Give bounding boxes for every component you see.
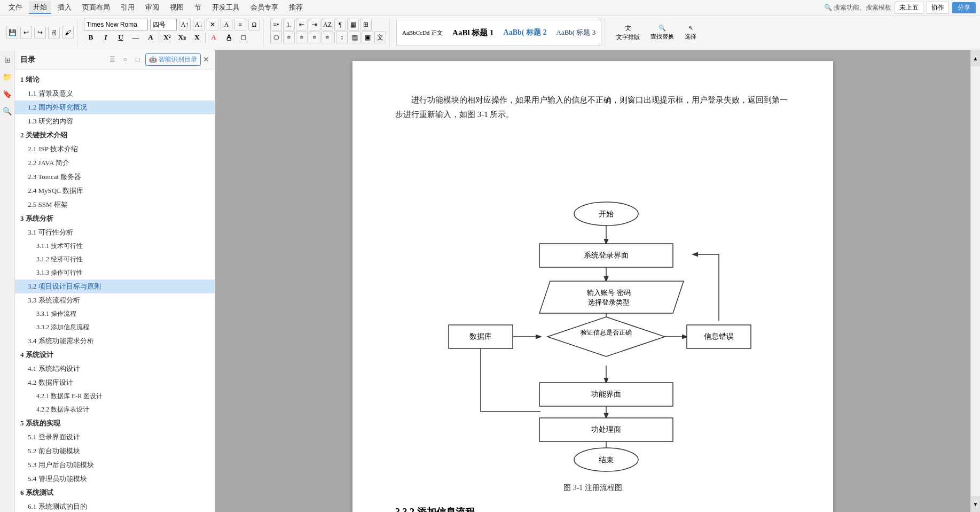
sort-btn[interactable]: AZ	[322, 19, 333, 30]
more-btn[interactable]: ⊞	[360, 19, 372, 30]
font-shrink-btn[interactable]: A↓	[193, 19, 205, 30]
toc-item[interactable]: 6.1 系统测试的目的	[15, 500, 215, 512]
strikethrough-btn[interactable]: —	[129, 32, 143, 43]
menu-review[interactable]: 审阅	[141, 2, 163, 13]
toc-item[interactable]: 2.4 MySQL 数据库	[15, 184, 215, 198]
underline-btn[interactable]: U	[114, 32, 128, 43]
toc-item[interactable]: 3.3.2 添加信息流程	[15, 321, 215, 334]
toc-item[interactable]: 5.4 管理员功能模块	[15, 472, 215, 486]
menu-file[interactable]: 文件	[4, 2, 27, 13]
menu-vip[interactable]: 会员专享	[246, 2, 283, 13]
toc-item[interactable]: 3.1.3 操作可行性	[15, 266, 215, 280]
subscript-btn[interactable]: X₂	[175, 32, 189, 43]
align-right-btn[interactable]: ≡	[296, 32, 308, 43]
menu-layout[interactable]: 页面布局	[78, 2, 114, 13]
toc-item[interactable]: 3.4 系统功能需求分析	[15, 334, 215, 348]
show-marks-btn[interactable]: ¶	[334, 19, 346, 30]
italic-btn[interactable]: I	[99, 32, 113, 43]
numbering-btn[interactable]: 1.	[283, 19, 295, 30]
nav-bookmark-icon[interactable]: 🔖	[1, 88, 14, 100]
toc-item[interactable]: 4.2 数据库设计	[15, 376, 215, 390]
print-btn[interactable]: 🖨	[48, 27, 60, 38]
toc-item[interactable]: 2.5 SSM 框架	[15, 198, 215, 212]
font-color-btn[interactable]: A	[144, 32, 158, 43]
bullets-btn[interactable]: ≡•	[270, 19, 282, 30]
toc-item[interactable]: 1.1 背景及意义	[15, 87, 215, 100]
symbol-btn[interactable]: Ω	[248, 19, 260, 30]
toc-item[interactable]: 3.1.2 经济可行性	[15, 253, 215, 266]
text-layout-btn[interactable]: 文 文字排版	[611, 21, 645, 44]
scroll-top[interactable]: ▲	[971, 50, 980, 66]
text-effect-btn[interactable]: A	[221, 19, 232, 30]
toc-item[interactable]: 3.1 可行性分析	[15, 226, 215, 239]
border-btn[interactable]: □	[237, 32, 250, 43]
redo-btn[interactable]: ↪	[34, 27, 46, 38]
toc-item[interactable]: 6 系统测试	[15, 486, 215, 500]
menu-home[interactable]: 开始	[29, 1, 51, 14]
superscript-btn[interactable]: X²	[160, 32, 174, 43]
menu-section[interactable]: 节	[190, 2, 206, 13]
clear-format-btn[interactable]: ✕	[207, 19, 218, 30]
toc-item[interactable]: 4.2.2 数据库表设计	[15, 403, 215, 416]
ruby-btn[interactable]: X	[190, 32, 204, 43]
font-name-input[interactable]	[84, 19, 148, 30]
style-h2[interactable]: AaBb( 标题 2	[500, 27, 550, 38]
format-painter[interactable]: 🖌	[62, 27, 74, 38]
toc-item[interactable]: 3.1.1 技术可行性	[15, 239, 215, 253]
font-grow-btn[interactable]: A↑	[179, 19, 191, 30]
nav-search-icon[interactable]: 🔍	[1, 105, 14, 118]
sidebar-icon-3[interactable]: □	[132, 55, 143, 65]
highlight-btn[interactable]: A	[207, 32, 221, 43]
font-bg-btn[interactable]: A̲	[222, 32, 236, 43]
cooperate-btn[interactable]: 协作	[927, 2, 949, 14]
nav-folder-icon[interactable]: 📁	[1, 71, 14, 83]
menu-view[interactable]: 视图	[166, 2, 188, 13]
toc-item[interactable]: 1.2 国内外研究概况	[15, 100, 215, 114]
toc-item[interactable]: 1.3 研究的内容	[15, 114, 215, 128]
find-replace-btn[interactable]: 🔍 查找替换	[646, 21, 679, 44]
distribute-btn[interactable]: ≡	[322, 32, 333, 43]
toc-item[interactable]: 3 系统分析	[15, 212, 215, 226]
toc-item[interactable]: 5.2 前台功能模块	[15, 444, 215, 458]
align-center-btn[interactable]: ≡	[283, 32, 295, 43]
toc-item[interactable]: 2 关键技术介绍	[15, 128, 215, 142]
user-login-btn[interactable]: 未上五	[895, 2, 923, 14]
menu-devtools[interactable]: 开发工具	[208, 2, 244, 13]
menu-references[interactable]: 引用	[116, 2, 139, 13]
sidebar-icon-2[interactable]: ○	[120, 55, 130, 65]
border2-btn[interactable]: ▣	[362, 32, 373, 43]
char-spacing-btn[interactable]: ≡	[234, 19, 246, 30]
toc-item[interactable]: 2.2 JAVA 简介	[15, 156, 215, 170]
chinese-layout-btn[interactable]: 文	[374, 32, 386, 43]
line-spacing-btn[interactable]: ↕	[336, 32, 348, 43]
indent-btn[interactable]: ⇥	[309, 19, 320, 30]
undo-btn[interactable]: ↩	[20, 27, 32, 38]
toc-item[interactable]: 4.1 系统结构设计	[15, 362, 215, 376]
share-btn[interactable]: 分享	[952, 2, 976, 13]
toc-item[interactable]: 4 系统设计	[15, 348, 215, 362]
toc-item[interactable]: 4.2.1 数据库 E-R 图设计	[15, 390, 215, 403]
style-normal[interactable]: AaBbCcDd 正文	[399, 28, 446, 38]
bold-btn[interactable]: B	[84, 32, 98, 43]
toc-item[interactable]: 3.3 系统流程分析	[15, 293, 215, 307]
save-btn[interactable]: 💾	[6, 27, 18, 38]
columns-btn[interactable]: ▦	[347, 19, 359, 30]
style-h3[interactable]: AaBb( 标题 3	[553, 27, 599, 38]
select-btn[interactable]: ↖ 选择	[680, 21, 701, 44]
nav-home-icon[interactable]: ⊞	[1, 53, 14, 66]
doc-area[interactable]: 进行功能模块的相对应操作，如果用户输入的信息不正确，则窗口出现提示框，用户登录失…	[215, 50, 970, 512]
outdent-btn[interactable]: ⇤	[296, 19, 308, 30]
smart-toc-btn[interactable]: 🤖 智能识别目录	[145, 53, 201, 66]
toc-item[interactable]: 2.3 Tomcat 服务器	[15, 170, 215, 184]
menu-insert[interactable]: 插入	[53, 2, 76, 13]
toc-item[interactable]: 3.3.1 操作流程	[15, 307, 215, 321]
toc-item[interactable]: 5.1 登录界面设计	[15, 430, 215, 444]
toc-item[interactable]: 2.1 JSP 技术介绍	[15, 142, 215, 156]
sidebar-close-btn[interactable]: ✕	[203, 55, 209, 64]
style-h1[interactable]: AaBl 标题 1	[449, 27, 497, 39]
font-size-input[interactable]	[150, 19, 177, 30]
scroll-bottom[interactable]: ▼	[971, 496, 980, 512]
toc-item[interactable]: 1 绪论	[15, 73, 215, 87]
shading-btn[interactable]: ▤	[349, 32, 360, 43]
justify-btn[interactable]: ≡	[309, 32, 320, 43]
